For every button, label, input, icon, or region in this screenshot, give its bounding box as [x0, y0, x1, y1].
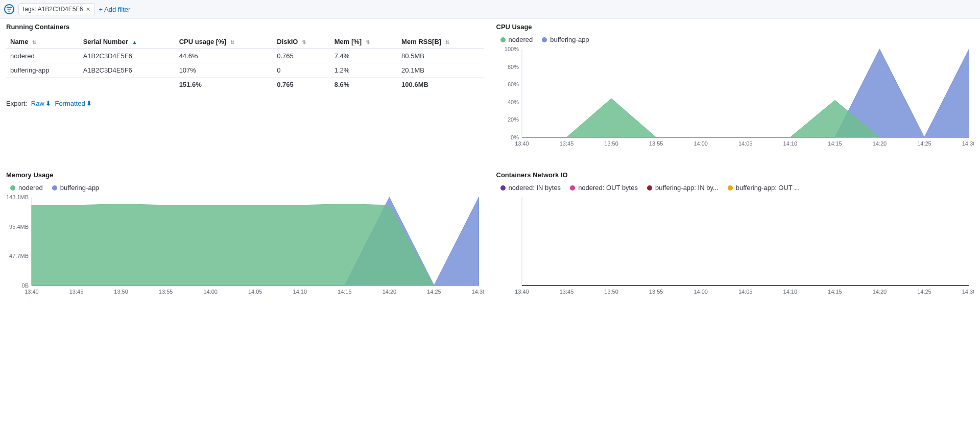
- svg-text:14:05: 14:05: [738, 289, 752, 295]
- export-raw-link[interactable]: Raw⬇: [31, 100, 53, 107]
- legend-item[interactable]: nodered: [10, 184, 43, 192]
- table-cell: 0.765: [273, 78, 330, 92]
- svg-text:0B: 0B: [22, 282, 29, 289]
- legend-item[interactable]: nodered: [500, 36, 533, 43]
- svg-text:13:50: 13:50: [604, 289, 618, 295]
- svg-text:14:10: 14:10: [293, 289, 307, 295]
- legend-label: nodered: [18, 184, 43, 192]
- table-cell: 1.2%: [330, 63, 397, 78]
- legend-dot-icon: [10, 185, 15, 190]
- legend: nodered: IN bytesnodered: OUT bytesbuffe…: [500, 184, 974, 192]
- panel-title: CPU Usage: [496, 23, 974, 31]
- legend-dot-icon: [728, 185, 733, 190]
- export-row: Export: Raw⬇ Formatted⬇: [6, 100, 484, 107]
- table-cell: [79, 78, 175, 92]
- table-cell: 0.765: [273, 49, 330, 63]
- panel-network-io: Containers Network IO nodered: IN bytesn…: [490, 167, 981, 315]
- table-cell: 44.6%: [175, 49, 273, 63]
- column-header[interactable]: Mem RSS[B] ⇅: [397, 35, 484, 49]
- svg-text:100%: 100%: [504, 46, 518, 52]
- dashboard-grid: Running Containers Name ⇅Serial Number ▲…: [0, 19, 980, 315]
- legend-dot-icon: [500, 37, 506, 42]
- table-row[interactable]: buffering-appA1B2C3D4E5F6107%01.2%20.1MB: [6, 63, 484, 78]
- filter-pill[interactable]: tags: A1B2C3D4E5F6 ×: [18, 3, 95, 15]
- legend-label: nodered: OUT bytes: [578, 184, 638, 192]
- legend-label: buffering-app: [550, 36, 589, 43]
- svg-text:13:40: 13:40: [515, 289, 529, 295]
- svg-text:13:40: 13:40: [25, 289, 39, 295]
- svg-text:14:30: 14:30: [962, 289, 974, 295]
- column-header[interactable]: Name ⇅: [6, 35, 79, 49]
- svg-text:14:15: 14:15: [828, 140, 842, 147]
- svg-text:47.7MB: 47.7MB: [9, 253, 29, 259]
- svg-text:14:15: 14:15: [828, 289, 842, 295]
- filter-pill-label: tags: A1B2C3D4E5F6: [23, 6, 83, 13]
- svg-text:14:25: 14:25: [427, 289, 441, 295]
- filter-toggle-icon[interactable]: [4, 4, 14, 14]
- svg-text:14:30: 14:30: [472, 289, 484, 295]
- cpu-usage-chart[interactable]: 0%20%40%60%80%100%13:4013:4513:5013:5514…: [496, 46, 974, 149]
- legend-item[interactable]: buffering-app: [52, 184, 99, 192]
- panel-title: Containers Network IO: [496, 171, 974, 179]
- table-cell: 80.5MB: [397, 49, 484, 63]
- column-header[interactable]: DiskIO ⇅: [273, 35, 330, 49]
- panel-running-containers: Running Containers Name ⇅Serial Number ▲…: [0, 19, 490, 167]
- svg-text:80%: 80%: [507, 64, 518, 70]
- svg-text:14:05: 14:05: [248, 289, 262, 295]
- svg-text:95.4MB: 95.4MB: [9, 224, 29, 230]
- table-cell: 151.6%: [175, 78, 273, 92]
- legend-item[interactable]: buffering-app: IN by...: [647, 184, 719, 192]
- svg-text:60%: 60%: [507, 81, 518, 87]
- svg-text:143.1MB: 143.1MB: [6, 195, 29, 200]
- svg-text:0%: 0%: [511, 134, 519, 140]
- svg-text:14:10: 14:10: [783, 140, 797, 147]
- svg-text:14:15: 14:15: [338, 289, 352, 295]
- svg-text:14:00: 14:00: [694, 289, 708, 295]
- svg-text:14:20: 14:20: [383, 289, 397, 295]
- legend-dot-icon: [542, 37, 547, 42]
- panel-title: Running Containers: [6, 23, 484, 31]
- table-cell: 100.6MB: [397, 78, 484, 92]
- legend-item[interactable]: buffering-app: OUT ...: [728, 184, 800, 192]
- svg-text:20%: 20%: [507, 116, 518, 123]
- svg-text:14:25: 14:25: [917, 289, 931, 295]
- svg-text:13:45: 13:45: [559, 289, 573, 295]
- legend-item[interactable]: nodered: OUT bytes: [570, 184, 638, 192]
- legend-dot-icon: [500, 185, 506, 190]
- table-row[interactable]: noderedA1B2C3D4E5F644.6%0.7657.4%80.5MB: [6, 49, 484, 63]
- legend: noderedbuffering-app: [10, 184, 484, 192]
- column-header[interactable]: Mem [%] ⇅: [330, 35, 397, 49]
- svg-text:13:55: 13:55: [649, 140, 663, 147]
- legend-dot-icon: [570, 185, 575, 190]
- containers-table: Name ⇅Serial Number ▲CPU usage [%] ⇅Disk…: [6, 35, 484, 91]
- legend-item[interactable]: nodered: IN bytes: [500, 184, 561, 192]
- legend-dot-icon: [52, 185, 57, 190]
- svg-text:13:50: 13:50: [604, 140, 618, 147]
- filter-bar: tags: A1B2C3D4E5F6 × + Add filter: [0, 0, 980, 19]
- svg-text:13:45: 13:45: [69, 289, 84, 295]
- table-cell: [6, 78, 79, 92]
- svg-text:14:25: 14:25: [917, 140, 931, 147]
- export-label: Export:: [6, 100, 27, 107]
- close-icon[interactable]: ×: [86, 6, 90, 13]
- svg-text:14:30: 14:30: [962, 140, 974, 147]
- memory-usage-chart[interactable]: 0B47.7MB95.4MB143.1MB13:4013:4513:5013:5…: [6, 195, 484, 297]
- svg-text:40%: 40%: [507, 99, 518, 105]
- legend-label: buffering-app: [60, 184, 99, 192]
- legend-item[interactable]: buffering-app: [542, 36, 589, 43]
- svg-text:14:20: 14:20: [872, 140, 887, 147]
- svg-text:14:20: 14:20: [872, 289, 887, 295]
- legend-label: buffering-app: OUT ...: [736, 184, 800, 192]
- column-header[interactable]: Serial Number ▲: [79, 35, 175, 49]
- column-header[interactable]: CPU usage [%] ⇅: [175, 35, 273, 49]
- panel-title: Memory Usage: [6, 171, 484, 179]
- svg-text:13:55: 13:55: [159, 289, 173, 295]
- legend-label: nodered: IN bytes: [509, 184, 561, 192]
- table-cell: 0: [273, 63, 330, 78]
- table-cell: 7.4%: [330, 49, 397, 63]
- legend-label: buffering-app: IN by...: [655, 184, 719, 192]
- add-filter-button[interactable]: + Add filter: [99, 6, 131, 13]
- download-icon: ⬇: [86, 100, 92, 107]
- export-formatted-link[interactable]: Formatted⬇: [55, 100, 91, 107]
- network-io-chart[interactable]: 13:4013:4513:5013:5514:0014:0514:1014:15…: [496, 195, 974, 297]
